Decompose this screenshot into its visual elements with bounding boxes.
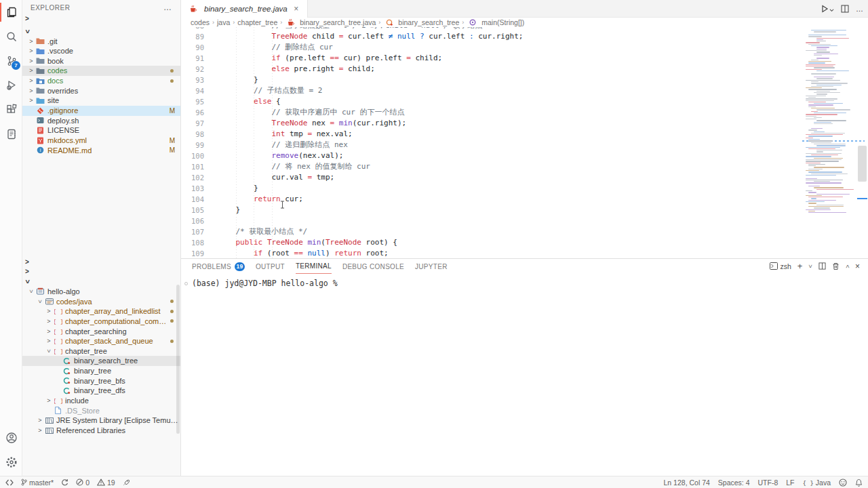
editor-scrollbar[interactable] — [858, 146, 867, 182]
code-line-96[interactable]: 96 // 获取中序遍历中 cur 的下一个结点 — [181, 107, 868, 118]
code-line-106[interactable]: 106 — [181, 216, 868, 226]
file-overrides[interactable]: >overrides — [22, 85, 180, 96]
activity-notebook-icon[interactable] — [0, 122, 22, 146]
java-chapter-tree[interactable]: >{ }chapter_tree — [22, 346, 180, 356]
editor-more-actions-icon[interactable]: … — [856, 5, 864, 13]
breadcrumb-item-binary-search-tree-java[interactable]: binary_search_tree.java — [285, 18, 376, 26]
terminal-shell-icon[interactable]: zsh — [770, 262, 791, 270]
close-panel-icon[interactable]: × — [855, 262, 860, 271]
breadcrumb-item-main-string-[interactable]: main(String[]) — [467, 18, 524, 26]
code-line-92[interactable]: 92 else pre.right = child; — [181, 64, 868, 75]
java-jre-system-library-eclipse-temurin-17-17-[interactable]: >JRE System Library [Eclipse Temurin 17 … — [22, 415, 180, 426]
activity-source-control-icon[interactable]: 7 — [0, 49, 22, 73]
file--vscode[interactable]: >.vscode — [22, 46, 180, 56]
code-line-108[interactable]: 108 public TreeNode min(TreeNode root) { — [181, 237, 868, 248]
split-terminal-button[interactable] — [818, 262, 826, 270]
maximize-panel-icon[interactable]: > — [844, 264, 850, 268]
panel-tab-jupyter[interactable]: JUPYTER — [415, 259, 448, 274]
code-line-99[interactable]: 99 // 递归删除结点 nex — [181, 140, 868, 150]
kill-terminal-icon[interactable] — [832, 262, 840, 270]
section-timeline[interactable]: > — [22, 266, 180, 277]
code-line-91[interactable]: 91 if (pre.left == cur) pre.left = child… — [181, 53, 868, 64]
breadcrumb-item-chapter-tree[interactable]: chapter_tree — [237, 18, 277, 26]
file-license[interactable]: LICENSE — [22, 125, 180, 136]
status-error-0[interactable]: 0 — [76, 479, 90, 487]
java-include[interactable]: >{ }include — [22, 396, 180, 406]
status-eol[interactable]: LF — [786, 479, 794, 487]
run-java-button[interactable] — [821, 5, 834, 13]
status-feedback[interactable] — [839, 479, 847, 487]
status-remote[interactable] — [5, 479, 14, 486]
status-encoding[interactable]: UTF-8 — [758, 479, 778, 487]
file--gitignore[interactable]: .gitignoreM — [22, 106, 180, 116]
java-chapter-stack-and-queue[interactable]: >{ }chapter_stack_and_queue — [22, 336, 180, 346]
activity-settings-icon[interactable] — [0, 450, 22, 474]
code-line-89[interactable]: 89 TreeNode child = cur.left ≠ null ? cu… — [181, 31, 868, 42]
code-line-109[interactable]: 109 if (root == null) return root; — [181, 248, 868, 258]
sidebar-scrollbar[interactable] — [176, 285, 180, 434]
tab-binary-search-tree[interactable]: binary_search_tree.java × — [181, 0, 308, 18]
java-binary-tree-bfs[interactable]: binary_tree_bfs — [22, 375, 180, 386]
status-warning-19[interactable]: 19 — [97, 479, 115, 487]
split-editor-button[interactable] — [841, 5, 849, 13]
code-line-100[interactable]: 100 remove(nex.val); — [181, 150, 868, 161]
file-docs[interactable]: >docs — [22, 76, 180, 86]
status-sync[interactable] — [61, 479, 68, 486]
activity-accounts-icon[interactable] — [0, 426, 22, 450]
breadcrumb-item-codes[interactable]: codes — [191, 18, 210, 26]
activity-explorer-icon[interactable] — [0, 0, 22, 24]
activity-extensions-icon[interactable] — [0, 98, 22, 122]
status-rocket[interactable] — [123, 479, 130, 486]
java-hello-algo[interactable]: >hello-algo — [22, 286, 180, 296]
section-java-projects[interactable]: > — [22, 277, 180, 287]
code-line-95[interactable]: 95 else { — [181, 96, 868, 107]
panel-tab-debug-console[interactable]: DEBUG CONSOLE — [342, 259, 404, 274]
file-book[interactable]: >book — [22, 56, 180, 66]
file-mkdocs-yml[interactable]: mkdocs.ymlM — [22, 136, 180, 146]
java-chapter-computational-complexity[interactable]: >{ }chapter_computational_complexity — [22, 316, 180, 326]
file-codes[interactable]: >codes — [22, 66, 180, 76]
file-deploy-sh[interactable]: deploy.sh — [22, 115, 180, 125]
java-chapter-array-and-linkedlist[interactable]: >{ }chapter_array_and_linkedlist — [22, 306, 180, 317]
status-cursor-position[interactable]: Ln 128, Col 74 — [664, 479, 710, 487]
java-chapter-searching[interactable]: >{ }chapter_searching — [22, 326, 180, 336]
code-line-97[interactable]: 97 TreeNode nex = min(cur.right); — [181, 118, 868, 129]
terminal-prompt[interactable]: (base) jyd@JYD-MBP hello-algo % — [192, 279, 338, 288]
explorer-more-actions-icon[interactable]: … — [163, 3, 172, 12]
code-line-93[interactable]: 93 } — [181, 75, 868, 85]
java-binary-tree[interactable]: binary_tree — [22, 366, 180, 376]
java-binary-tree-dfs[interactable]: binary_tree_dfs — [22, 386, 180, 396]
file-readme-md[interactable]: iREADME.mdM — [22, 145, 180, 155]
status-indentation[interactable]: Spaces: 4 — [718, 479, 750, 487]
code-line-101[interactable]: 101 // 将 nex 的值复制给 cur — [181, 161, 868, 172]
tab-close-icon[interactable]: × — [292, 4, 301, 14]
minimap[interactable] — [804, 28, 856, 232]
code-line-107[interactable]: 107 /* 获取最小结点 */ — [181, 226, 868, 237]
file-site[interactable]: >site — [22, 96, 180, 106]
java-codes-java[interactable]: >codes/java — [22, 296, 180, 306]
code-editor[interactable]: 88 // 当子结点数量 = 0 / 1 时，child = null / 该子… — [181, 27, 868, 258]
section-open-editors[interactable]: > — [22, 14, 180, 24]
code-line-103[interactable]: 103 } — [181, 183, 868, 194]
activity-run-debug-icon[interactable] — [0, 73, 22, 98]
file--git[interactable]: >.git — [22, 36, 180, 46]
panel-tab-problems[interactable]: PROBLEMS19 — [192, 259, 245, 274]
new-terminal-button[interactable]: + — [797, 261, 803, 271]
panel-tab-terminal[interactable]: TERMINAL — [296, 259, 332, 274]
status-notifications[interactable] — [855, 479, 863, 487]
code-line-90[interactable]: 90 // 删除结点 cur — [181, 42, 868, 53]
status-branch-master[interactable]: master* — [21, 479, 54, 487]
java-binary-search-tree[interactable]: binary_search_tree — [22, 356, 180, 366]
java-referenced-libraries[interactable]: >Referenced Libraries — [22, 426, 180, 436]
breadcrumb-item-java[interactable]: java — [217, 18, 230, 26]
java--ds-store[interactable]: .DS_Store — [22, 405, 180, 415]
section-outline[interactable]: > — [22, 257, 180, 267]
code-line-94[interactable]: 94 // 子结点数量 = 2 — [181, 85, 868, 96]
terminal-dropdown-icon[interactable]: > — [807, 264, 814, 268]
breadcrumb-item-binary-search-tree[interactable]: binary_search_tree — [383, 18, 459, 26]
activity-search-icon[interactable] — [0, 24, 22, 49]
code-line-98[interactable]: 98 int tmp = nex.val; — [181, 129, 868, 140]
panel-tab-output[interactable]: OUTPUT — [256, 259, 285, 274]
code-line-102[interactable]: 102 cur.val = tmp; — [181, 172, 868, 183]
section-hello-algo[interactable]: > — [22, 26, 180, 37]
